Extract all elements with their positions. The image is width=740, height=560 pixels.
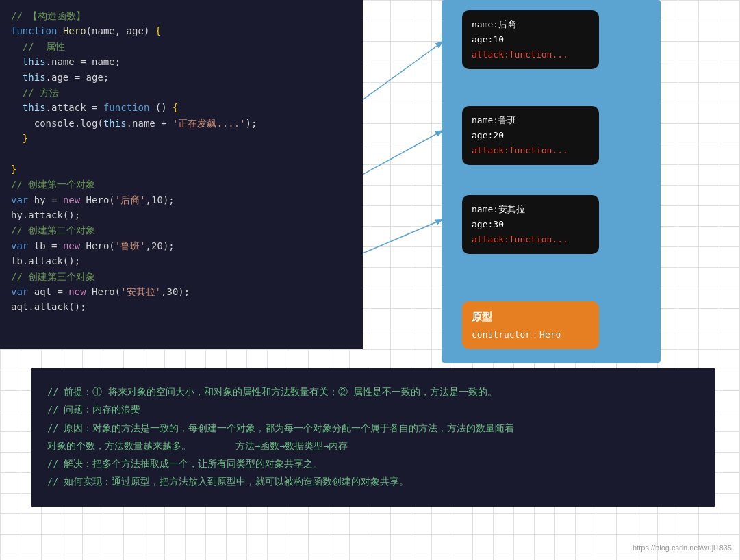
object-card-3: name:安其拉 age:30 attack:function... xyxy=(462,195,599,254)
code-line-4: this.name = name; xyxy=(11,54,352,69)
code-line-16: var lb = new Hero('鲁班',20); xyxy=(11,238,352,253)
code-line-5: this.age = age; xyxy=(11,70,352,85)
explanation-panel: // 前提：① 将来对象的空间大小，和对象的属性和方法数量有关；② 属性是不一致… xyxy=(31,368,715,507)
prototype-card: 原型 constructor：Hero xyxy=(462,301,599,349)
code-line-10 xyxy=(11,147,352,162)
exp-line-5: // 解决：把多个方法抽取成一个，让所有同类型的对象共享之。 xyxy=(47,455,699,472)
card1-name: name:后裔 xyxy=(472,17,589,32)
object-card-2: name:鲁班 age:20 attack:function... xyxy=(462,106,599,165)
code-line-12: // 创建第一个对象 xyxy=(11,177,352,192)
code-line-7: this.attack = function () { xyxy=(11,100,352,115)
card2-name: name:鲁班 xyxy=(472,113,589,128)
code-line-1: // 【构造函数】 xyxy=(11,8,352,23)
object-card-1: name:后裔 age:10 attack:function... xyxy=(462,10,599,69)
code-line-13: var hy = new Hero('后裔',10); xyxy=(11,192,352,207)
code-line-14: hy.attack(); xyxy=(11,207,352,222)
code-line-3: // 属性 xyxy=(11,39,352,54)
card1-age: age:10 xyxy=(472,32,589,47)
code-line-18: // 创建第三个对象 xyxy=(11,269,352,284)
proto-content: constructor：Hero xyxy=(472,327,589,342)
code-line-20: aql.attack(); xyxy=(11,299,352,314)
card2-age: age:20 xyxy=(472,128,589,143)
exp-line-4: 对象的个数，方法数量越来越多。 方法→函数→数据类型→内存 xyxy=(47,437,699,454)
exp-line-2: // 问题：内存的浪费 xyxy=(47,401,699,418)
code-line-6: // 方法 xyxy=(11,85,352,100)
diagram-area: name:后裔 age:10 attack:function... name:鲁… xyxy=(442,0,661,363)
code-line-15: // 创建第二个对象 xyxy=(11,222,352,238)
exp-line-3: // 原因：对象的方法是一致的，每创建一个对象，都为每一个对象分配一个属于各自的… xyxy=(47,420,699,436)
card3-name: name:安其拉 xyxy=(472,202,589,217)
exp-line-6: // 如何实现：通过原型，把方法放入到原型中，就可以被构造函数创建的对象共享。 xyxy=(47,473,699,489)
code-line-2: function Hero(name, age) { xyxy=(11,23,352,38)
proto-title: 原型 xyxy=(472,308,589,327)
code-panel: // 【构造函数】 function Hero(name, age) { // … xyxy=(0,0,363,349)
card1-attack: attack:function... xyxy=(472,47,589,62)
card3-attack: attack:function... xyxy=(472,232,589,247)
code-line-9: } xyxy=(11,131,352,146)
code-line-19: var aql = new Hero('安其拉',30); xyxy=(11,284,352,299)
code-line-11: } xyxy=(11,162,352,177)
card3-age: age:30 xyxy=(472,217,589,232)
code-line-8: console.log(this.name + '正在发飙....'); xyxy=(11,116,352,131)
code-line-17: lb.attack(); xyxy=(11,253,352,268)
card2-attack: attack:function... xyxy=(472,143,589,158)
watermark: https://blog.csdn.net/wuji1835 xyxy=(633,544,732,552)
exp-line-1: // 前提：① 将来对象的空间大小，和对象的属性和方法数量有关；② 属性是不一致… xyxy=(47,383,699,400)
